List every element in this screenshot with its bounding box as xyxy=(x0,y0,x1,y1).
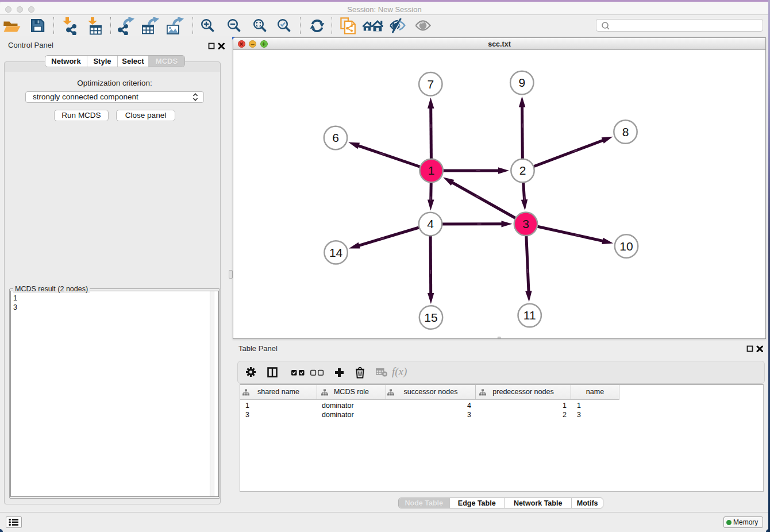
svg-text:8: 8 xyxy=(622,125,629,138)
svg-text:1: 1 xyxy=(428,164,435,177)
svg-text:10: 10 xyxy=(619,240,633,253)
svg-text:4: 4 xyxy=(427,217,434,230)
svg-text:14: 14 xyxy=(329,246,343,259)
svg-text:3: 3 xyxy=(522,217,529,230)
svg-text:15: 15 xyxy=(424,311,437,324)
svg-text:6: 6 xyxy=(332,131,339,144)
svg-text:11: 11 xyxy=(523,309,536,322)
svg-text:9: 9 xyxy=(518,76,525,89)
svg-text:2: 2 xyxy=(519,164,526,177)
svg-text:7: 7 xyxy=(427,78,434,91)
